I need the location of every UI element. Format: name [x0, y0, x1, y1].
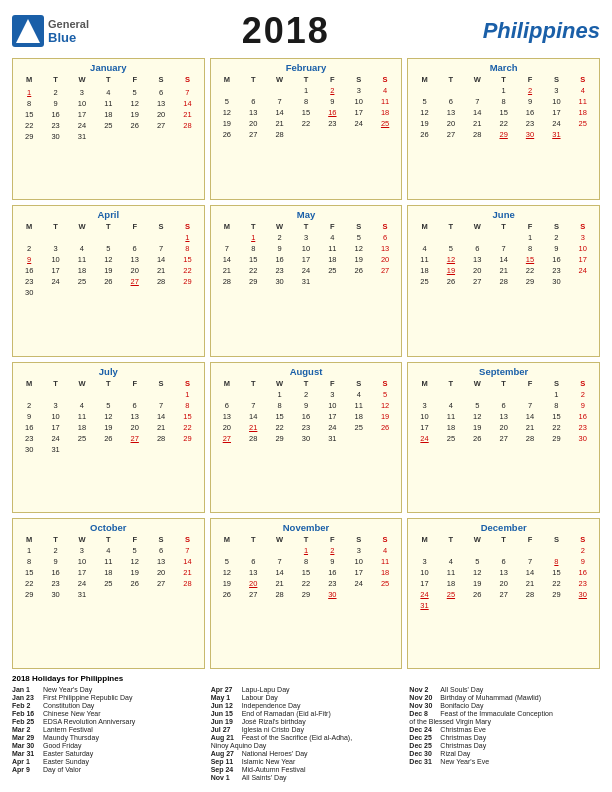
- calendar-day: 22: [174, 265, 200, 276]
- day-header: S: [570, 534, 596, 545]
- logo-blue: Blue: [48, 30, 89, 45]
- calendar-day: 12: [122, 98, 148, 109]
- calendar-day: 18: [438, 578, 464, 589]
- calendar-day: 28: [148, 433, 174, 444]
- calendar-day: 15: [543, 567, 569, 578]
- calendar-day: 20: [240, 578, 266, 589]
- holiday-item: Jun 15End of Ramadan (Eid al-Fitr): [211, 710, 402, 717]
- calendar-day: [95, 589, 121, 600]
- calendar-day: 21: [517, 578, 543, 589]
- calendar-day: 23: [42, 578, 68, 589]
- calendar-day: 17: [411, 578, 437, 589]
- day-header: S: [148, 378, 174, 389]
- holiday-item: Dec 8Feast of the Immaculate Conception: [409, 710, 600, 717]
- calendar-day: 4: [438, 400, 464, 411]
- calendar-day: [411, 85, 437, 96]
- calendar-day: 25: [372, 578, 398, 589]
- holiday-name: Mid-Autumn Festival: [242, 766, 306, 773]
- calendar-day: 3: [42, 400, 68, 411]
- calendar-day: 24: [42, 276, 68, 287]
- calendar-day: 3: [346, 85, 372, 96]
- calendar-day: 5: [214, 556, 240, 567]
- calendar-day: 2: [570, 545, 596, 556]
- holiday-date: Apr 27: [211, 686, 239, 693]
- day-header: S: [543, 74, 569, 85]
- holiday-name: Christmas Day: [440, 734, 486, 741]
- calendar-day: [372, 589, 398, 600]
- calendar-day: [372, 433, 398, 444]
- calendar-day: 1: [240, 232, 266, 243]
- calendar-day: [42, 232, 68, 243]
- calendar-day: 12: [95, 254, 121, 265]
- day-header: S: [148, 534, 174, 545]
- calendar-day: 1: [517, 232, 543, 243]
- calendar-day: [95, 232, 121, 243]
- calendar-day: [411, 232, 437, 243]
- calendar-day: 9: [293, 400, 319, 411]
- calendar-day: 23: [293, 422, 319, 433]
- calendar-day: 14: [148, 411, 174, 422]
- day-header: F: [122, 74, 148, 85]
- month-box-january: JanuaryMTWTFSS12345678910111213141516171…: [12, 58, 205, 200]
- calendar-day: 27: [240, 129, 266, 140]
- calendar-day: 6: [438, 96, 464, 107]
- calendar-day: 10: [346, 96, 372, 107]
- day-header: T: [95, 534, 121, 545]
- month-table: MTWTFSS123456789101112131415161718192021…: [214, 534, 399, 600]
- calendar-day: 27: [464, 276, 490, 287]
- year-title: 2018: [242, 10, 330, 52]
- day-header: F: [517, 74, 543, 85]
- calendar-day: 30: [42, 131, 68, 142]
- calendar-day: 20: [438, 118, 464, 129]
- calendar-day: [464, 232, 490, 243]
- month-box-march: MarchMTWTFSS1234567891011121314151617181…: [407, 58, 600, 200]
- calendar-day: [464, 545, 490, 556]
- calendar-day: 26: [438, 276, 464, 287]
- holiday-date: Dec 25: [409, 734, 437, 741]
- calendar-day: 5: [464, 400, 490, 411]
- calendar-day: 13: [148, 98, 174, 109]
- day-header: W: [266, 74, 292, 85]
- calendar-day: 16: [266, 254, 292, 265]
- calendar-day: 25: [69, 276, 95, 287]
- calendar-day: 29: [266, 433, 292, 444]
- calendar-day: [490, 600, 516, 611]
- month-header: February: [214, 61, 399, 74]
- day-header: M: [214, 378, 240, 389]
- calendar-day: 19: [372, 411, 398, 422]
- calendar-day: 19: [95, 265, 121, 276]
- holiday-name: Birthday of Muhammad (Mawlid): [440, 694, 541, 701]
- calendar-day: 9: [570, 556, 596, 567]
- calendar-day: 2: [517, 85, 543, 96]
- calendar-day: 26: [95, 433, 121, 444]
- calendar-day: 23: [319, 118, 345, 129]
- holiday-date: Jul 27: [211, 726, 239, 733]
- day-header: W: [464, 74, 490, 85]
- calendar-day: [293, 129, 319, 140]
- calendar-day: 21: [174, 109, 200, 120]
- calendar-day: 10: [346, 556, 372, 567]
- calendar-day: 3: [319, 389, 345, 400]
- holiday-date: Nov 30: [409, 702, 437, 709]
- calendar-day: 31: [42, 444, 68, 455]
- calendar-day: 21: [148, 422, 174, 433]
- calendar-day: 24: [42, 433, 68, 444]
- calendar-day: 5: [411, 96, 437, 107]
- holiday-date: Dec 8: [409, 710, 437, 717]
- calendar-day: 24: [69, 120, 95, 131]
- header: General Blue 2018 Philippines: [12, 10, 600, 52]
- calendar-day: 29: [174, 276, 200, 287]
- holiday-item: Jan 23First Philippine Republic Day: [12, 694, 203, 701]
- day-header: W: [464, 534, 490, 545]
- day-header: F: [319, 74, 345, 85]
- holiday-name: Christmas Eve: [440, 726, 486, 733]
- calendar-day: [438, 600, 464, 611]
- calendar-day: 9: [42, 98, 68, 109]
- holiday-date: Sep 24: [211, 766, 239, 773]
- calendar-day: [490, 545, 516, 556]
- calendar-day: [214, 389, 240, 400]
- calendar-day: [490, 389, 516, 400]
- calendar-day: 25: [95, 578, 121, 589]
- calendar-day: 30: [293, 433, 319, 444]
- holiday-name: Labour Day: [242, 694, 278, 701]
